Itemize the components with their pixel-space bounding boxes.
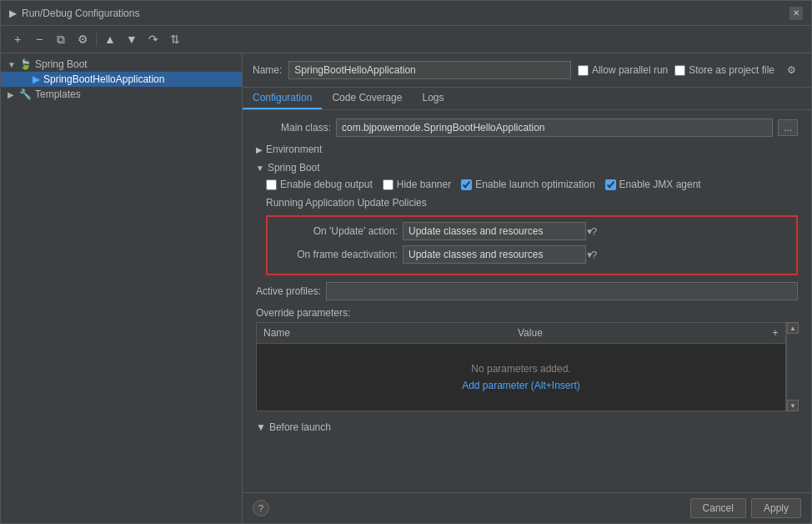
settings-button[interactable]: ⚙ bbox=[73, 29, 93, 49]
hide-banner-checkbox[interactable] bbox=[383, 179, 393, 190]
params-table-content: Name Value + No parameters added. Add pa… bbox=[256, 322, 786, 411]
move-down-button[interactable]: ▼ bbox=[122, 29, 142, 49]
on-update-help-button[interactable]: ? bbox=[589, 225, 599, 238]
tabs-bar: Configuration Code Coverage Logs bbox=[243, 88, 811, 110]
on-frame-deactivation-help-button[interactable]: ? bbox=[589, 249, 599, 261]
store-as-project-checkbox[interactable] bbox=[674, 65, 685, 76]
remove-config-button[interactable]: − bbox=[29, 29, 49, 49]
title-bar-controls: ✕ bbox=[789, 7, 803, 20]
bottom-right: Cancel Apply bbox=[690, 498, 801, 518]
enable-jmx-agent-checkbox[interactable] bbox=[605, 179, 616, 190]
enable-debug-output-checkbox[interactable] bbox=[266, 179, 277, 190]
on-frame-deactivation-row: On frame deactivation: Do nothing Update… bbox=[273, 245, 791, 264]
running-update-policies-section: Running Application Update Policies On '… bbox=[266, 197, 798, 275]
params-name-column-header: Name bbox=[257, 325, 511, 340]
spring-boot-group-label: Spring Boot bbox=[35, 58, 88, 70]
spring-boot-options: Enable debug output Hide banner Enable l… bbox=[266, 179, 798, 190]
spring-boot-section-content: Enable debug output Hide banner Enable l… bbox=[256, 179, 798, 275]
hide-banner-label[interactable]: Hide banner bbox=[383, 179, 451, 190]
templates-icon: 🔧 bbox=[19, 88, 32, 100]
main-toolbar: + − ⧉ ⚙ ▲ ▼ ↷ ⇅ bbox=[1, 26, 811, 53]
store-as-project-text: Store as project file bbox=[689, 64, 774, 76]
enable-launch-optimization-text: Enable launch optimization bbox=[475, 179, 594, 190]
before-launch-arrow-icon: ▼ bbox=[256, 421, 266, 433]
override-parameters-section: Override parameters: Name Value + No bbox=[256, 307, 798, 411]
tab-code-coverage[interactable]: Code Coverage bbox=[322, 88, 412, 109]
tree-item-spring-boot-group[interactable]: ▼ 🍃 Spring Boot bbox=[1, 57, 242, 72]
dialog-icon: ▶ bbox=[9, 8, 17, 19]
tree-item-templates[interactable]: ▶ 🔧 Templates bbox=[1, 87, 242, 102]
params-table-body: No parameters added. Add parameter (Alt+… bbox=[257, 344, 785, 411]
tree-item-spring-boot-app[interactable]: ▶ ▶ SpringBootHelloApplication bbox=[1, 72, 242, 87]
move-button[interactable]: ↷ bbox=[143, 29, 163, 49]
apply-button[interactable]: Apply bbox=[751, 498, 801, 518]
main-content: ▼ 🍃 Spring Boot ▶ ▶ SpringBootHelloAppli… bbox=[1, 53, 811, 523]
scroll-down-button[interactable]: ▼ bbox=[787, 400, 799, 411]
allow-parallel-label[interactable]: Allow parallel run bbox=[578, 64, 668, 76]
move-up-button[interactable]: ▲ bbox=[100, 29, 120, 49]
enable-debug-output-text: Enable debug output bbox=[280, 179, 373, 190]
on-frame-deactivation-select[interactable]: Do nothing Update classes and resources … bbox=[403, 245, 586, 264]
config-tree: ▼ 🍃 Spring Boot ▶ ▶ SpringBootHelloAppli… bbox=[1, 53, 242, 523]
policies-highlight-box: On 'Update' action: Do nothing Update cl… bbox=[266, 215, 798, 275]
on-update-action-row: On 'Update' action: Do nothing Update cl… bbox=[273, 222, 791, 240]
tab-configuration[interactable]: Configuration bbox=[243, 88, 322, 109]
spring-boot-section-label: Spring Boot bbox=[268, 162, 320, 174]
title-bar-left: ▶ Run/Debug Configurations bbox=[9, 8, 139, 19]
enable-jmx-agent-text: Enable JMX agent bbox=[619, 179, 701, 190]
add-param-link[interactable]: Add parameter (Alt+Insert) bbox=[462, 380, 580, 391]
copy-config-button[interactable]: ⧉ bbox=[51, 29, 71, 49]
right-panel: Name: Allow parallel run Store as projec… bbox=[243, 53, 811, 523]
enable-jmx-agent-label[interactable]: Enable JMX agent bbox=[605, 179, 701, 190]
main-class-browse-button[interactable]: ... bbox=[778, 119, 798, 136]
params-add-button[interactable]: + bbox=[765, 325, 785, 340]
on-update-select[interactable]: Do nothing Update classes and resources … bbox=[403, 222, 586, 240]
close-button[interactable]: ✕ bbox=[789, 7, 803, 20]
allow-parallel-checkbox[interactable] bbox=[578, 65, 589, 76]
on-frame-deactivation-select-wrapper: Do nothing Update classes and resources … bbox=[403, 245, 599, 264]
active-profiles-row: Active profiles: bbox=[256, 282, 798, 300]
bottom-left: ? bbox=[253, 500, 269, 516]
enable-launch-optimization-label[interactable]: Enable launch optimization bbox=[461, 179, 594, 190]
before-launch-label: Before launch bbox=[269, 421, 331, 433]
environment-arrow-icon: ▶ bbox=[256, 145, 263, 154]
active-profiles-input[interactable] bbox=[326, 282, 798, 300]
on-update-label: On 'Update' action: bbox=[273, 225, 398, 237]
tab-logs[interactable]: Logs bbox=[412, 88, 454, 109]
bottom-bar: ? Cancel Apply bbox=[243, 492, 811, 523]
name-row: Name: Allow parallel run Store as projec… bbox=[243, 53, 811, 88]
spring-boot-section: ▼ Spring Boot Enable debug output Hide b… bbox=[256, 162, 798, 275]
main-class-input[interactable] bbox=[336, 118, 773, 137]
table-scrollbars: ▲ ▼ bbox=[786, 322, 798, 411]
left-panel: ▼ 🍃 Spring Boot ▶ ▶ SpringBootHelloAppli… bbox=[1, 53, 243, 523]
toolbar-separator bbox=[96, 33, 97, 46]
active-profiles-label: Active profiles: bbox=[256, 285, 321, 297]
spring-boot-app-icon: ▶ bbox=[33, 73, 40, 85]
params-table-header: Name Value + bbox=[257, 323, 785, 344]
enable-launch-optimization-checkbox[interactable] bbox=[461, 179, 472, 190]
add-config-button[interactable]: + bbox=[8, 29, 28, 49]
environment-section-header[interactable]: ▶ Environment bbox=[256, 144, 798, 155]
project-file-settings-button[interactable]: ⚙ bbox=[781, 60, 801, 80]
config-area: Main class: ... ▶ Environment ▼ Spring B… bbox=[243, 110, 811, 492]
sort-button[interactable]: ⇅ bbox=[165, 29, 185, 49]
spring-boot-group-icon: 🍃 bbox=[19, 58, 32, 70]
store-as-project-label[interactable]: Store as project file bbox=[674, 64, 774, 76]
cancel-button[interactable]: Cancel bbox=[690, 498, 746, 518]
main-class-label: Main class: bbox=[256, 122, 331, 134]
title-bar: ▶ Run/Debug Configurations ✕ bbox=[1, 1, 811, 26]
spring-boot-section-header[interactable]: ▼ Spring Boot bbox=[256, 162, 798, 174]
run-debug-configurations-dialog: ▶ Run/Debug Configurations ✕ + − ⧉ ⚙ ▲ ▼… bbox=[0, 0, 812, 524]
name-label: Name: bbox=[253, 64, 282, 76]
allow-parallel-text: Allow parallel run bbox=[592, 64, 668, 76]
spring-boot-app-label: SpringBootHelloApplication bbox=[43, 73, 164, 85]
before-launch-header[interactable]: ▼ Before launch bbox=[256, 418, 798, 436]
help-button[interactable]: ? bbox=[253, 500, 269, 516]
name-input[interactable] bbox=[288, 61, 571, 79]
scroll-up-button[interactable]: ▲ bbox=[787, 322, 799, 334]
tree-arrow-spring-boot: ▼ bbox=[8, 60, 16, 69]
before-launch-section: ▼ Before launch bbox=[256, 418, 798, 436]
scroll-track bbox=[787, 334, 798, 400]
enable-debug-output-label[interactable]: Enable debug output bbox=[266, 179, 373, 190]
override-parameters-label: Override parameters: bbox=[256, 307, 798, 319]
